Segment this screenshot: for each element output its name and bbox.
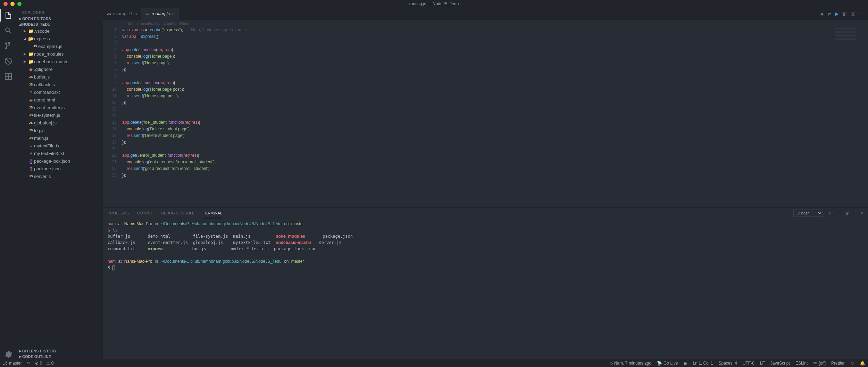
blame-annotation: Nam, 7 minutes ago | 1 author (Nam)	[103, 20, 868, 26]
more-icon[interactable]: ⋯	[860, 11, 864, 16]
window-title: routing.js — NodeJS_Tedu	[409, 1, 459, 6]
status-bell[interactable]: 🔔	[860, 361, 865, 366]
bell-icon: 🔔	[860, 361, 865, 366]
status-off[interactable]: 👁[off]	[813, 361, 826, 366]
tab-bar: JSexample1.js JSrouting.js× ◆ ⇄ ▶ ◧ ▯▯ ⋯	[103, 8, 868, 20]
tree-file-command[interactable]: ≡command.txt	[17, 88, 103, 96]
tree-file-log[interactable]: JSlog.js	[17, 127, 103, 134]
window-close-button[interactable]	[3, 2, 8, 6]
tree-file-buffer[interactable]: JSbuffer.js	[17, 73, 103, 81]
tree-file-pkg[interactable]: {}package.json	[17, 165, 103, 172]
error-icon: ⊘	[35, 361, 39, 366]
sidebar: EXPLORER ▶OPEN EDITORS ◢NODEJS_TEDU ▶📁.v…	[17, 8, 103, 359]
window-maximize-button[interactable]	[17, 2, 22, 6]
search-icon[interactable]	[3, 26, 13, 35]
warning-icon: ⚠	[46, 361, 50, 366]
split-editor-icon[interactable]: ▯▯	[851, 11, 856, 16]
smiley-icon: ☺	[850, 361, 854, 366]
tree-file-server[interactable]: JSserver.js	[17, 172, 103, 180]
status-lncol[interactable]: Ln 1, Col 1	[693, 361, 713, 366]
status-live-share[interactable]: ▣	[683, 361, 687, 366]
tree-file-demo[interactable]: ◈demo.html	[17, 96, 103, 104]
section-open-editors[interactable]: ▶OPEN EDITORS	[17, 16, 103, 22]
tree-folder-vscode[interactable]: ▶📁.vscode	[17, 27, 103, 35]
tab-routing[interactable]: JSrouting.js×	[141, 8, 179, 20]
status-eol[interactable]: LF	[760, 361, 765, 366]
debug-icon[interactable]	[3, 56, 13, 66]
tree-folder-nodebasic[interactable]: ▶📁nodebasic-master	[17, 58, 103, 65]
tree-file-main[interactable]: JSmain.js	[17, 134, 103, 142]
status-language[interactable]: JavaScript	[770, 361, 790, 366]
compare-icon[interactable]: ⇄	[828, 11, 831, 16]
tab-problems[interactable]: PROBLEMS	[108, 208, 129, 218]
status-golive[interactable]: 📡Go Live	[657, 361, 678, 366]
status-eslint[interactable]: ESLint	[795, 361, 808, 366]
status-blame[interactable]: ◇Nam, 7 minutes ago	[610, 361, 651, 366]
terminal[interactable]: nam at Nams-Mac-Pro in ~/Documents/GitHu…	[103, 219, 868, 359]
live-share-icon: ▣	[683, 361, 687, 366]
minimap[interactable]	[833, 26, 868, 43]
section-label: NODEJS_TEDU	[22, 22, 50, 26]
status-bar: ⎇master ⟳ ⊘0 ⚠0 ◇Nam, 7 minutes ago 📡Go …	[0, 359, 868, 367]
branch-icon: ⎇	[3, 361, 8, 366]
tree-file-example1[interactable]: JSexample1.js	[17, 42, 103, 50]
eye-icon: 👁	[813, 361, 817, 366]
activity-bar	[0, 8, 17, 359]
tab-example1[interactable]: JSexample1.js	[103, 8, 141, 20]
line-gutter: 1234567891011121314151617181920212223	[103, 26, 122, 207]
tree-file-filesystem[interactable]: JSfile-system.js	[17, 111, 103, 119]
tab-debug-console[interactable]: DEBUG CONSOLE	[161, 208, 194, 218]
explorer-icon[interactable]	[3, 10, 13, 20]
terminal-select[interactable]: 1: bash	[793, 210, 823, 217]
tree-file-callback[interactable]: JScallback.js	[17, 81, 103, 88]
broadcast-icon: 📡	[657, 361, 662, 366]
tree-file-mytextfile[interactable]: ≡mytextFile.txt	[17, 142, 103, 149]
section-label: OPEN EDITORS	[22, 17, 51, 21]
status-prettier[interactable]: Prettier	[831, 361, 845, 366]
tree-folder-node-modules[interactable]: ▶📁node_modules	[17, 50, 103, 58]
split-terminal-icon[interactable]: ▯▯	[836, 211, 841, 215]
kill-terminal-icon[interactable]: 🗑	[845, 211, 849, 215]
status-feedback[interactable]: ☺	[850, 361, 854, 366]
window-minimize-button[interactable]	[10, 2, 15, 6]
status-errors[interactable]: ⊘0 ⚠0	[35, 361, 54, 366]
sidebar-title: EXPLORER	[17, 8, 103, 16]
person-icon: ◇	[610, 361, 613, 366]
status-encoding[interactable]: UTF-8	[743, 361, 754, 366]
status-sync[interactable]: ⟳	[27, 361, 30, 366]
source-control-icon[interactable]	[3, 41, 13, 51]
section-gitlens[interactable]: ▶GITLENS HISTORY	[17, 348, 103, 354]
status-branch[interactable]: ⎇master	[3, 361, 22, 366]
section-label: GITLENS HISTORY	[22, 349, 57, 353]
new-terminal-icon[interactable]: ＋	[828, 211, 832, 216]
close-panel-icon[interactable]: ×	[861, 211, 863, 215]
open-changes-icon[interactable]: ◧	[843, 11, 846, 16]
settings-icon[interactable]	[3, 350, 13, 359]
tree-file-pkglock[interactable]: {}package-lock.json	[17, 157, 103, 165]
section-label: CODE OUTLINE	[22, 354, 51, 359]
gitlens-icon[interactable]: ◆	[820, 11, 824, 16]
bottom-panel: PROBLEMS OUTPUT DEBUG CONSOLE TERMINAL 1…	[103, 207, 868, 359]
code-editor[interactable]: var express = require("express"); Nam, 7…	[122, 26, 868, 207]
tab-output[interactable]: OUTPUT	[137, 208, 153, 218]
tree-file-globalobj[interactable]: JSglobalobj.js	[17, 119, 103, 127]
titlebar: routing.js — NodeJS_Tedu	[0, 0, 868, 8]
open-preview-icon[interactable]: ▶	[835, 11, 838, 16]
tree-file-eventemitter[interactable]: JSevent-emitter.js	[17, 104, 103, 111]
maximize-panel-icon[interactable]: ˄	[854, 211, 856, 215]
tree-file-mytextfile3[interactable]: ≡myTextFile3.txt	[17, 149, 103, 157]
tree-folder-express[interactable]: ◢📂express	[17, 35, 103, 42]
status-spaces[interactable]: Spaces: 4	[718, 361, 737, 366]
close-icon[interactable]: ×	[172, 11, 175, 17]
tab-terminal[interactable]: TERMINAL	[203, 208, 222, 218]
extensions-icon[interactable]	[3, 72, 13, 81]
section-outline[interactable]: ▶CODE OUTLINE	[17, 354, 103, 359]
file-tree: ▶📁.vscode ◢📂express JSexample1.js ▶📁node…	[17, 27, 103, 180]
section-project[interactable]: ◢NODEJS_TEDU	[17, 22, 103, 27]
tree-file-gitignore[interactable]: ◆.gitignore	[17, 65, 103, 73]
sync-icon: ⟳	[27, 361, 30, 366]
